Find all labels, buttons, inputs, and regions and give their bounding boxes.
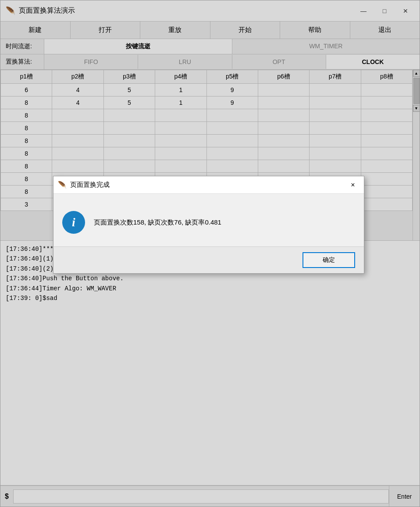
info-icon: i <box>62 211 85 234</box>
modal-message: 页面置换次数158, 缺页次数76, 缺页率0.481 <box>94 218 221 227</box>
modal-body: i 页面置换次数158, 缺页次数76, 缺页率0.481 <box>53 194 364 246</box>
modal-footer: 确定 <box>53 246 364 273</box>
modal-icon: 🪶 <box>58 181 67 189</box>
modal-overlay: 🪶 页面置换完成 × i 页面置换次数158, 缺页次数76, 缺页率0.481… <box>0 0 420 507</box>
main-window: 🪶 页面置换算法演示 — □ ✕ 新建 打开 重放 开始 帮助 退出 时间流逝:… <box>0 0 420 507</box>
modal-dialog: 🪶 页面置换完成 × i 页面置换次数158, 缺页次数76, 缺页率0.481… <box>53 176 364 274</box>
modal-close-button[interactable]: × <box>346 179 359 192</box>
ok-button[interactable]: 确定 <box>303 252 355 268</box>
modal-title: 页面置换完成 <box>70 181 346 189</box>
modal-title-bar: 🪶 页面置换完成 × <box>53 176 364 194</box>
